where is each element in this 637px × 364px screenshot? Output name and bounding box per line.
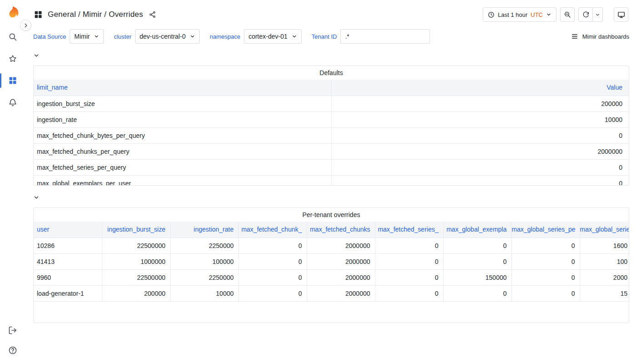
column-header[interactable]: ingestion_rate	[170, 222, 238, 238]
column-header[interactable]: max_global_serie	[580, 222, 629, 238]
tenant-id-input[interactable]	[340, 29, 430, 44]
table-row: 9960 22500000 2250000 0 2000000 0 150000…	[34, 269, 629, 285]
chevron-right-icon	[23, 22, 29, 29]
sidebar	[0, 0, 25, 364]
table-row: max_global_exemplars_per_user 0	[34, 175, 629, 185]
column-header[interactable]: ingestion_burst_size	[102, 222, 170, 238]
namespace-select[interactable]: cortex-dev-01	[244, 29, 302, 44]
limit-name-cell: ingestion_burst_size	[34, 96, 331, 111]
variable-label: cluster	[114, 33, 131, 40]
timezone-label: UTC	[531, 11, 543, 18]
limit-name-cell: max_fetched_chunks_per_query	[34, 143, 331, 159]
overrides-panel: Per-tenant overrides user ingestion_burs…	[33, 207, 629, 323]
column-header-limit-name[interactable]: limit_name	[34, 80, 331, 96]
help-button[interactable]	[8, 346, 17, 355]
sign-out-button[interactable]	[8, 326, 17, 335]
share-icon	[149, 11, 156, 18]
value-cell: 0	[511, 238, 580, 253]
overrides-table: user ingestion_burst_size ingestion_rate…	[34, 222, 629, 302]
zoom-out-button[interactable]	[560, 7, 575, 22]
header-controls: Last 1 hour UTC	[483, 7, 628, 22]
chevron-down-icon	[595, 12, 600, 17]
dashboard-title[interactable]: General / Mimir / Overrides	[48, 10, 143, 19]
search-icon	[8, 32, 17, 41]
value-cell: 0	[375, 269, 443, 285]
value-cell: 1600	[580, 238, 629, 253]
grafana-logo[interactable]	[6, 5, 20, 19]
overrides-table-container: user ingestion_burst_size ingestion_rate…	[34, 222, 629, 323]
limit-name-cell: max_global_exemplars_per_user	[34, 175, 331, 185]
limit-name-cell: max_fetched_series_per_query	[34, 159, 331, 175]
value-cell: 200000	[102, 285, 170, 301]
dashboard-page: General / Mimir / Overrides Last 1 hour …	[25, 0, 637, 323]
defaults-panel: Defaults limit_name Value ingestion_burs…	[33, 66, 629, 186]
value-cell: 0	[238, 238, 307, 253]
limit-value-cell: 10000	[331, 111, 629, 127]
limit-name-cell: max_fetched_chunk_bytes_per_query	[34, 127, 331, 143]
sidebar-bottom	[8, 326, 17, 355]
value-cell: 0	[375, 253, 443, 269]
refresh-button[interactable]	[578, 7, 593, 22]
sidebar-nav	[0, 26, 25, 113]
variable-label: namespace	[210, 33, 240, 40]
user-cell: 9960	[34, 269, 102, 285]
column-header[interactable]: max_fetched_chunk_	[238, 222, 307, 238]
column-header[interactable]: max_global_exempla	[443, 222, 511, 238]
column-header[interactable]: max_fetched_chunks	[307, 222, 375, 238]
kiosk-mode-button[interactable]	[614, 7, 628, 22]
sidebar-item-starred[interactable]	[0, 48, 25, 70]
expand-sidebar-button[interactable]	[20, 20, 31, 31]
column-header[interactable]: max_global_series_pe	[511, 222, 580, 238]
apps-grid-icon	[34, 10, 43, 19]
datasource-select[interactable]: Mimir	[70, 29, 104, 44]
row-collapse-toggle[interactable]	[33, 192, 40, 203]
table-row: ingestion_burst_size 200000	[34, 96, 629, 111]
value-cell: 2000000	[307, 285, 375, 301]
table-row: max_fetched_chunk_bytes_per_query 0	[34, 127, 629, 143]
refresh-interval-dropdown[interactable]	[593, 7, 603, 22]
limit-value-cell: 0	[331, 159, 629, 175]
panel-title[interactable]: Defaults	[34, 66, 629, 80]
value-cell: 0	[238, 269, 307, 285]
refresh-icon	[582, 11, 589, 18]
panel-title[interactable]: Per-tenant overrides	[34, 208, 629, 222]
chevron-down-icon	[33, 52, 40, 59]
cluster-select[interactable]: dev-us-central-0	[135, 29, 200, 44]
value-cell: 2000	[580, 269, 629, 285]
user-cell: 10286	[34, 238, 102, 253]
value-cell: 2250000	[170, 238, 238, 253]
chevron-down-icon	[190, 34, 195, 39]
column-header-user[interactable]: user	[34, 222, 102, 238]
share-dashboard-button[interactable]	[149, 11, 156, 18]
limit-value-cell: 200000	[331, 96, 629, 111]
value-cell: 2000000	[307, 238, 375, 253]
limit-value-cell: 0	[331, 175, 629, 185]
sidebar-item-dashboards[interactable]	[0, 70, 25, 91]
sidebar-item-alerting[interactable]	[0, 91, 25, 113]
clock-icon	[488, 11, 495, 18]
mimir-dashboards-label: Mimir dashboards	[582, 33, 629, 40]
value-cell: 22500000	[102, 269, 170, 285]
table-row: load-generator-1 200000 10000 0 2000000 …	[34, 285, 629, 301]
column-header-value[interactable]: Value	[331, 80, 629, 96]
chevron-down-icon	[33, 194, 40, 201]
variable-label: Tenant ID	[312, 33, 337, 40]
row-collapse-toggle[interactable]	[33, 50, 40, 61]
selected-value: dev-us-central-0	[140, 33, 186, 40]
variable-namespace: namespace cortex-dev-01	[210, 29, 302, 44]
breadcrumb: General / Mimir / Overrides	[34, 10, 156, 19]
time-range-picker[interactable]: Last 1 hour UTC	[483, 7, 556, 22]
bell-icon	[8, 98, 17, 107]
value-cell: 0	[375, 285, 443, 301]
table-row: 41413 1000000 100000 0 2000000 0 0 0 100	[34, 253, 629, 269]
value-cell: 0	[375, 238, 443, 253]
value-cell: 150000	[443, 269, 511, 285]
chevron-down-icon	[292, 34, 297, 39]
column-header[interactable]: max_fetched_series_	[375, 222, 443, 238]
mimir-dashboards-button[interactable]: Mimir dashboards	[571, 33, 629, 40]
value-cell: 0	[443, 238, 511, 253]
table-row: max_fetched_chunks_per_query 2000000	[34, 143, 629, 159]
defaults-table-container: limit_name Value ingestion_burst_size 20…	[34, 80, 629, 185]
value-cell: 10000	[170, 285, 238, 301]
limit-value-cell: 2000000	[331, 143, 629, 159]
